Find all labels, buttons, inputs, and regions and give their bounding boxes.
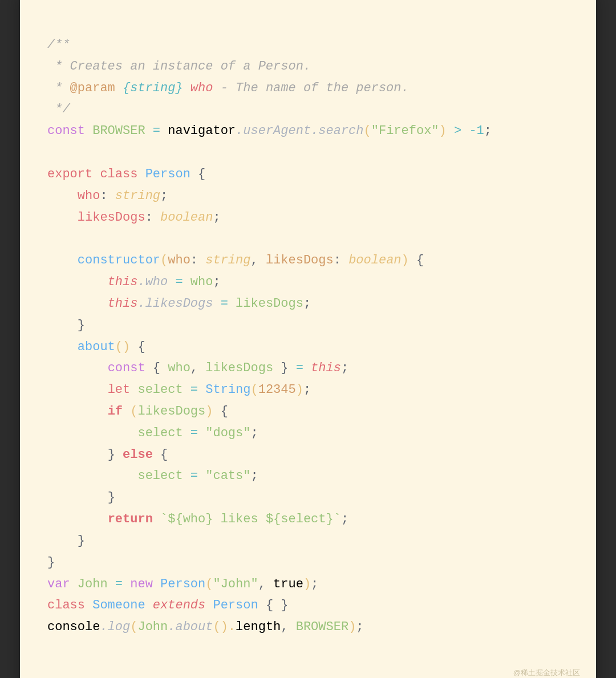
watermark: @稀土掘金技术社区 (513, 668, 580, 678)
code-card: /** * Creates an instance of a Person. *… (20, 0, 596, 678)
code-block: /** * Creates an instance of a Person. *… (47, 13, 569, 660)
